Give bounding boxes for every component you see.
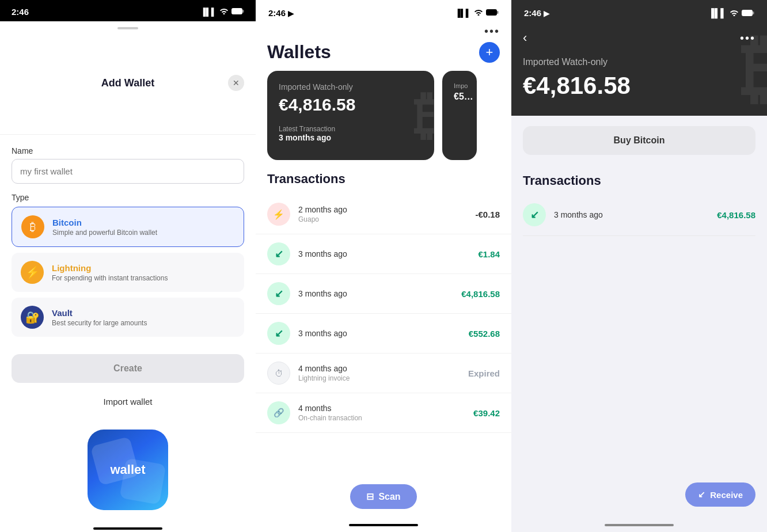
tx-date-5: 4 months <box>298 404 465 413</box>
bitcoin-desc: Simple and powerful Bitcoin wallet <box>52 229 157 237</box>
receive-label: Receive <box>710 490 743 500</box>
status-icons-1: ▐▌▌ <box>200 7 244 16</box>
home-indicator-2 <box>256 520 511 532</box>
tx-date-3-0: 3 months ago <box>554 210 709 219</box>
top-bar-2: ••• <box>256 22 511 41</box>
tx-item-5[interactable]: 🔗 4 months On-chain transaction €39.42 <box>256 393 511 433</box>
tx-item-1[interactable]: ↙ 3 months ago €1.84 <box>256 234 511 274</box>
vault-desc: Best security for large amounts <box>52 319 147 327</box>
tx-icon-5: 🔗 <box>267 401 290 424</box>
phone-1: 2:46 ▐▌▌ Add Wallet ✕ Name <box>0 0 256 532</box>
tx-icon-0: ⚡ <box>267 203 290 226</box>
svg-rect-3 <box>497 11 499 14</box>
wifi-icon-3 <box>730 8 739 18</box>
battery-icon-3 <box>742 8 754 18</box>
phone-3: 2:46 ▶ ▐▌▌ ‹ ••• Imported Watch-only €4 <box>511 0 767 532</box>
card-tx-label: Latest Transaction <box>279 125 423 133</box>
app-icon: wallet <box>88 430 168 510</box>
bottom-bar-2: ⊟ Scan <box>256 478 511 520</box>
signal-icon-3: ▐▌▌ <box>708 8 727 18</box>
phone-2: 2:46 ▶ ▐▌▌ ••• Wallets + <box>256 0 511 532</box>
form-area: Name Type ₿ Bitcoin Simple and powerful … <box>0 135 256 418</box>
add-wallet-button[interactable]: + <box>479 42 500 63</box>
sheet-title: Add Wallet <box>101 77 154 89</box>
bitcoin-type-option[interactable]: ₿ Bitcoin Simple and powerful Bitcoin wa… <box>12 207 244 247</box>
vault-icon: 🔐 <box>21 306 44 329</box>
tx-date-4: 4 months ago <box>298 364 460 373</box>
receive-button[interactable]: ↙ Receive <box>685 482 755 507</box>
bitcoin-name: Bitcoin <box>52 218 157 227</box>
tx-item-3-0[interactable]: ↙ 3 months ago €4,816.58 <box>523 194 755 236</box>
svg-rect-5 <box>753 12 754 14</box>
svg-rect-0 <box>232 9 242 14</box>
vault-type-option[interactable]: 🔐 Vault Best security for large amounts <box>12 298 244 337</box>
tx-date-0: 2 months ago <box>298 205 467 214</box>
tx-amount-1: €1.84 <box>478 249 500 259</box>
wallet-cards-row: Imported Watch-only €4,816.58 Latest Tra… <box>256 71 511 172</box>
signal-icon-2: ▐▌▌ <box>455 9 471 17</box>
tx-info-4: 4 months ago Lightning invoice <box>298 364 460 382</box>
tx-info-5: 4 months On-chain transaction <box>298 404 465 422</box>
app-name-label: wallet <box>110 462 145 477</box>
home-indicator-1 <box>0 527 256 532</box>
tx-icon-1: ↙ <box>267 242 290 265</box>
tx-info-2: 3 months ago <box>298 289 453 298</box>
tx-amount-2: €4,816.58 <box>461 289 500 299</box>
transactions-section-3: Transactions ↙ 3 months ago €4,816.58 <box>511 165 767 320</box>
tx-item-2[interactable]: ↙ 3 months ago €4,816.58 <box>256 274 511 314</box>
vault-text-group: Vault Best security for large amounts <box>52 308 147 327</box>
scan-label: Scan <box>378 492 400 502</box>
buy-bitcoin-button[interactable]: Buy Bitcoin <box>523 126 755 155</box>
lightning-type-option[interactable]: ⚡ Lightning For spending with instant tr… <box>12 253 244 292</box>
peek-label: Impo <box>454 82 465 89</box>
status-bar-3: 2:46 ▶ ▐▌▌ <box>511 0 767 22</box>
scan-button[interactable]: ⊟ Scan <box>350 484 416 509</box>
receive-icon: ↙ <box>698 489 705 500</box>
battery-icon <box>231 7 244 16</box>
lightning-desc: For spending with instant transactions <box>52 274 168 282</box>
dots-menu-2[interactable]: ••• <box>484 25 500 38</box>
tx-info-3: 3 months ago <box>298 329 461 338</box>
tx-sub-0: Guapo <box>298 215 467 223</box>
battery-icon-2 <box>486 9 499 17</box>
tx-sub-5: On-chain transaction <box>298 414 465 422</box>
scan-icon: ⊟ <box>366 491 374 502</box>
create-button[interactable]: Create <box>12 354 244 383</box>
vault-name: Vault <box>52 308 147 318</box>
transaction-list: ⚡ 2 months ago Guapo -€0.18 ↙ 3 months a… <box>256 195 511 478</box>
close-button[interactable]: ✕ <box>228 75 244 91</box>
peek-amount: €5… <box>454 92 465 102</box>
hero-amount: €4,816.58 <box>523 72 755 100</box>
signal-icon: ▐▌▌ <box>200 7 217 16</box>
buy-btn-area: Buy Bitcoin <box>511 116 767 165</box>
tx-icon-2: ↙ <box>267 282 290 305</box>
home-bar-2 <box>349 524 418 526</box>
back-button[interactable]: ‹ <box>523 31 527 45</box>
tx-item-3[interactable]: ↙ 3 months ago €552.68 <box>256 314 511 354</box>
lightning-icon: ⚡ <box>21 261 44 284</box>
wallet-card-main[interactable]: Imported Watch-only €4,816.58 Latest Tra… <box>267 71 434 160</box>
type-label: Type <box>12 193 244 202</box>
tx-date-3: 3 months ago <box>298 329 461 338</box>
import-wallet-link[interactable]: Import wallet <box>12 397 244 406</box>
tx-item-0[interactable]: ⚡ 2 months ago Guapo -€0.18 <box>256 195 511 234</box>
bitcoin-icon: ₿ <box>21 215 44 238</box>
status-bar-2: 2:46 ▶ ▐▌▌ <box>256 0 511 22</box>
app-icon-area: wallet <box>0 418 256 527</box>
name-field-group: Name <box>12 146 244 184</box>
bottom-receive: ↙ Receive <box>511 474 767 520</box>
svg-rect-4 <box>742 10 753 16</box>
type-field-group: Type ₿ Bitcoin Simple and powerful Bitco… <box>12 193 244 343</box>
wallets-header: Wallets + <box>256 41 511 71</box>
transactions-title-2: Transactions <box>256 172 511 195</box>
wallet-card-peek[interactable]: Impo €5… <box>442 71 477 160</box>
status-icons-2: ▐▌▌ <box>455 9 499 17</box>
name-label: Name <box>12 146 244 155</box>
spacer-3 <box>511 320 767 475</box>
lightning-name: Lightning <box>52 263 168 273</box>
wallet-hero: ‹ ••• Imported Watch-only €4,816.58 ₿ <box>511 22 767 116</box>
name-input[interactable] <box>12 159 244 184</box>
tx-icon-4: ⏱ <box>267 362 290 385</box>
tx-info-0: 2 months ago Guapo <box>298 205 467 223</box>
tx-item-4[interactable]: ⏱ 4 months ago Lightning invoice Expired <box>256 354 511 393</box>
